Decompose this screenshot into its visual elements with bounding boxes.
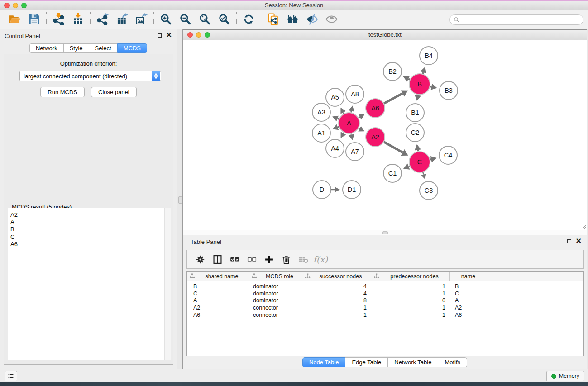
search-input[interactable] [459, 15, 583, 24]
edge-A-A1[interactable] [332, 124, 339, 130]
edge-C-C1[interactable] [403, 164, 410, 170]
export-image-button[interactable] [132, 12, 151, 27]
result-item[interactable]: A [10, 219, 171, 226]
result-item[interactable]: A2 [10, 211, 171, 219]
edge-A2-C[interactable] [384, 142, 408, 156]
deselect-all-rows-button[interactable] [243, 251, 260, 267]
divider-handle[interactable] [382, 231, 388, 234]
graph-node-A4[interactable]: A4 [326, 139, 344, 157]
graph-node-C4[interactable]: C4 [439, 146, 457, 164]
close-button[interactable] [4, 3, 10, 8]
network-canvas[interactable]: B4B2BB3A5A8A6A3AB1A1A2C2A4A7CC4C1C3DD1 [183, 41, 587, 230]
create-column-button[interactable] [260, 251, 277, 267]
edge-A-A6[interactable] [359, 114, 365, 119]
network-zoom-button[interactable] [205, 32, 210, 38]
column-header-predecessor-nodes[interactable]: predecessor nodes [371, 272, 450, 281]
edge-C-C3[interactable] [421, 172, 426, 179]
refresh-button[interactable] [239, 12, 258, 27]
tab-select[interactable]: Select [89, 43, 118, 53]
edge-B-B4[interactable] [420, 67, 426, 74]
graph-node-B[interactable]: B [409, 74, 430, 95]
save-button[interactable] [24, 12, 44, 27]
horizontal-split-divider[interactable] [183, 230, 587, 235]
tab-style[interactable]: Style [63, 43, 89, 53]
graph-node-C3[interactable]: C3 [420, 181, 438, 200]
tab-motifs[interactable]: Motifs [438, 357, 467, 367]
run-mcds-button[interactable]: Run MCDS [40, 87, 85, 97]
result-item[interactable]: A6 [10, 241, 171, 248]
hide-details-button[interactable] [302, 12, 322, 27]
graph-node-A1[interactable]: A1 [312, 124, 330, 142]
table-row[interactable]: Adominator80A [187, 297, 583, 305]
network-minimize-button[interactable] [196, 32, 201, 38]
edge-B-B3[interactable] [430, 84, 437, 90]
search-box[interactable] [449, 14, 583, 25]
column-header-successor-nodes[interactable]: successor nodes [302, 272, 371, 281]
zoom-fit-button[interactable] [195, 12, 215, 27]
edge-C-C2[interactable] [415, 144, 421, 152]
network-close-button[interactable] [187, 32, 193, 38]
float-panel-icon[interactable] [567, 239, 571, 243]
table-row[interactable]: A2connector11A2 [187, 304, 583, 311]
table-settings-button[interactable] [191, 251, 209, 267]
edge-B-B2[interactable] [403, 76, 410, 82]
graph-node-D[interactable]: D [313, 181, 331, 199]
edge-A-A3[interactable] [332, 116, 339, 121]
duplicate-network-button[interactable] [263, 12, 283, 27]
float-panel-icon[interactable] [158, 33, 162, 38]
graph-node-A[interactable]: A [339, 113, 359, 133]
tab-edge-table[interactable]: Edge Table [345, 357, 388, 367]
import-table-button[interactable] [68, 12, 88, 27]
result-scrollbar[interactable] [164, 208, 171, 360]
mcds-result-list[interactable]: A2ABCA6 [8, 208, 171, 360]
graph-node-B2[interactable]: B2 [383, 62, 402, 81]
edge-D-D1[interactable] [331, 187, 340, 192]
tab-network[interactable]: Network [29, 43, 64, 53]
edge-A-A8[interactable] [349, 105, 354, 112]
graph-node-D1[interactable]: D1 [343, 181, 361, 199]
tab-network-table[interactable]: Network Table [387, 357, 438, 367]
close-panel-icon[interactable]: ✕ [576, 239, 582, 243]
memory-button[interactable]: Memory [546, 371, 584, 381]
table-row[interactable]: A6connector11A6 [187, 311, 583, 319]
zoom-in-button[interactable] [156, 12, 176, 27]
edge-A-A7[interactable] [349, 134, 354, 140]
graph-node-A7[interactable]: A7 [346, 143, 364, 161]
minimize-button[interactable] [13, 3, 18, 8]
zoom-button[interactable] [21, 3, 27, 8]
tab-node-table[interactable]: Node Table [302, 357, 346, 367]
graph-node-C2[interactable]: C2 [406, 124, 424, 142]
export-table-button[interactable] [112, 12, 132, 27]
graph-node-A8[interactable]: A8 [346, 85, 364, 103]
optimization-criterion-select[interactable]: largest connected component (directed) [19, 71, 161, 81]
folder-open-button[interactable] [5, 12, 24, 27]
select-all-rows-button[interactable] [226, 251, 243, 267]
table-row[interactable]: Bdominator41B [187, 283, 583, 290]
edge-A6-B[interactable] [384, 90, 408, 103]
close-panel-icon[interactable]: ✕ [166, 33, 172, 38]
zoom-out-button[interactable] [176, 12, 195, 27]
edge-B-B1[interactable] [415, 95, 421, 101]
result-item[interactable]: C [10, 234, 171, 241]
table-row[interactable]: Cdominator41C [187, 290, 583, 297]
edge-C-C4[interactable] [430, 156, 436, 162]
show-details-button[interactable] [322, 12, 341, 27]
show-columns-button[interactable] [209, 251, 226, 267]
home-button[interactable] [283, 12, 302, 27]
tab-mcds[interactable]: MCDS [117, 43, 147, 53]
close-panel-button[interactable]: Close panel [91, 87, 137, 97]
column-header-mcds-role[interactable]: MCDS role [249, 272, 302, 281]
delete-columns-button[interactable] [277, 251, 295, 267]
graph-node-B4[interactable]: B4 [420, 47, 438, 65]
export-network-button[interactable] [93, 12, 112, 27]
graph-node-B3[interactable]: B3 [440, 81, 458, 100]
resize-grip-icon[interactable] [580, 224, 586, 229]
graph-node-A5[interactable]: A5 [326, 88, 344, 106]
result-item[interactable]: B [10, 226, 171, 233]
column-header-name[interactable]: name [450, 272, 487, 281]
graph-node-A2[interactable]: A2 [366, 128, 385, 147]
zoom-selected-button[interactable] [215, 12, 234, 27]
graph-node-A6[interactable]: A6 [366, 99, 385, 118]
vertical-split-divider[interactable] [177, 29, 183, 369]
network-graph[interactable]: B4B2BB3A5A8A6A3AB1A1A2C2A4A7CC4C1C3DD1 [183, 41, 587, 230]
